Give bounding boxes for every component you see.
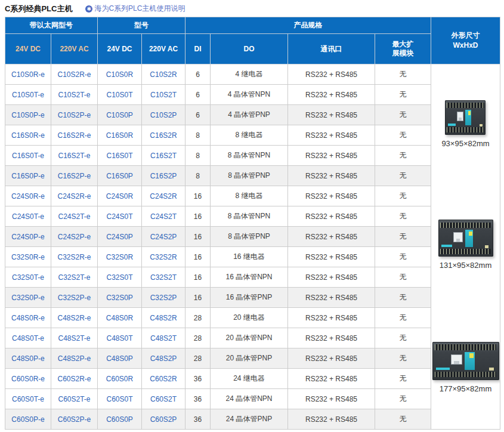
model-220vac[interactable]: C16S2R <box>142 125 185 146</box>
model-e-24vdc[interactable]: C24S0T-e <box>5 206 51 227</box>
model-e-220vac[interactable]: C10S2P-e <box>51 105 98 125</box>
status-led-icon <box>480 124 483 127</box>
model-220vac[interactable]: C16S2T <box>142 146 185 166</box>
model-24vdc[interactable]: C24S0T <box>98 206 142 227</box>
do-value: 8 晶体管PNP <box>211 166 288 186</box>
status-led-icon <box>485 245 488 248</box>
model-e-24vdc[interactable]: C24S0P-e <box>5 227 51 247</box>
model-e-24vdc[interactable]: C48S0P-e <box>5 348 51 369</box>
model-e-24vdc[interactable]: C24S0R-e <box>5 186 51 206</box>
model-220vac[interactable]: C48S2P <box>142 348 185 369</box>
model-24vdc[interactable]: C10S0P <box>98 105 142 125</box>
model-e-220vac[interactable]: C24S2R-e <box>51 186 98 206</box>
model-220vac[interactable]: C60S2T <box>142 389 185 409</box>
model-24vdc[interactable]: C16S0P <box>98 166 142 186</box>
model-e-220vac[interactable]: C32S2T-e <box>51 267 98 288</box>
comm-port-value: RS232 + RS485 <box>288 247 375 267</box>
model-220vac[interactable]: C24S2P <box>142 227 185 247</box>
max-expansion-value: 无 <box>375 409 431 430</box>
model-e-24vdc[interactable]: C10S0R-e <box>5 64 51 85</box>
model-220vac[interactable]: C48S2T <box>142 328 185 348</box>
model-220vac[interactable]: C16S2P <box>142 166 185 186</box>
model-e-220vac[interactable]: C16S2T-e <box>51 146 98 166</box>
plc-product-image <box>445 100 486 135</box>
model-e-220vac[interactable]: C60S2T-e <box>51 389 98 409</box>
model-220vac[interactable]: C32S2R <box>142 247 185 267</box>
model-e-24vdc[interactable]: C60S0P-e <box>5 409 51 430</box>
model-e-220vac[interactable]: C10S2R-e <box>51 64 98 85</box>
model-24vdc[interactable]: C16S0T <box>98 146 142 166</box>
model-220vac[interactable]: C10S2P <box>142 105 185 125</box>
model-e-220vac[interactable]: C16S2P-e <box>51 166 98 186</box>
model-e-24vdc[interactable]: C48S0R-e <box>5 308 51 328</box>
model-24vdc[interactable]: C32S0P <box>98 288 142 308</box>
model-e-220vac[interactable]: C60S2P-e <box>51 409 98 430</box>
di-value: 16 <box>185 288 211 308</box>
model-e-220vac[interactable]: C32S2P-e <box>51 288 98 308</box>
model-e-220vac[interactable]: C16S2R-e <box>51 125 98 146</box>
model-24vdc[interactable]: C60S0P <box>98 409 142 430</box>
model-24vdc[interactable]: C16S0R <box>98 125 142 146</box>
di-value: 16 <box>185 267 211 288</box>
model-e-24vdc[interactable]: C16S0P-e <box>5 166 51 186</box>
table-row: C16S0R-eC16S2R-eC16S0RC16S2R88 继电器RS232 … <box>5 125 500 146</box>
model-24vdc[interactable]: C48S0T <box>98 328 142 348</box>
model-e-220vac[interactable]: C48S2T-e <box>51 328 98 348</box>
model-e-220vac[interactable]: C24S2T-e <box>51 206 98 227</box>
label-panel-icon <box>465 110 471 126</box>
model-220vac[interactable]: C60S2P <box>142 409 185 430</box>
model-24vdc[interactable]: C60S0T <box>98 389 142 409</box>
table-row: C48S0P-eC48S2P-eC48S0PC48S2P2820 晶体管PNPR… <box>5 348 500 369</box>
model-e-24vdc[interactable]: C32S0R-e <box>5 247 51 267</box>
max-expansion-value: 无 <box>375 227 431 247</box>
di-value: 8 <box>185 166 211 186</box>
header-comm-port: 通讯口 <box>288 34 375 64</box>
model-24vdc[interactable]: C10S0T <box>98 85 142 105</box>
model-e-24vdc[interactable]: C60S0T-e <box>5 389 51 409</box>
model-e-24vdc[interactable]: C16S0R-e <box>5 125 51 146</box>
model-e-220vac[interactable]: C24S2P-e <box>51 227 98 247</box>
usage-doc-link-label: 海为C系列PLC主机使用说明 <box>94 4 185 14</box>
model-e-24vdc[interactable]: C16S0T-e <box>5 146 51 166</box>
terminal-strip <box>435 344 496 350</box>
table-row: C24S0T-eC24S2T-eC24S0TC24S2T168 晶体管NPNRS… <box>5 206 500 227</box>
model-e-220vac[interactable]: C32S2R-e <box>51 247 98 267</box>
model-24vdc[interactable]: C32S0T <box>98 267 142 288</box>
di-value: 6 <box>185 64 211 85</box>
di-value: 28 <box>185 308 211 328</box>
usage-doc-link[interactable]: ✱ 海为C系列PLC主机使用说明 <box>85 4 185 14</box>
model-24vdc[interactable]: C32S0R <box>98 247 142 267</box>
model-24vdc[interactable]: C10S0R <box>98 64 142 85</box>
model-e-24vdc[interactable]: C32S0P-e <box>5 288 51 308</box>
model-24vdc[interactable]: C48S0P <box>98 348 142 369</box>
model-220vac[interactable]: C48S2R <box>142 308 185 328</box>
do-value: 4 继电器 <box>211 64 288 85</box>
model-e-220vac[interactable]: C48S2R-e <box>51 308 98 328</box>
model-24vdc[interactable]: C48S0R <box>98 308 142 328</box>
model-220vac[interactable]: C32S2P <box>142 288 185 308</box>
model-e-220vac[interactable]: C48S2P-e <box>51 348 98 369</box>
header-max-expansion: 最大扩展模块 <box>375 34 431 64</box>
di-value: 36 <box>185 389 211 409</box>
model-e-24vdc[interactable]: C10S0P-e <box>5 105 51 125</box>
model-e-220vac[interactable]: C10S2T-e <box>51 85 98 105</box>
model-220vac[interactable]: C24S2T <box>142 206 185 227</box>
model-e-220vac[interactable]: C60S2R-e <box>51 369 98 389</box>
model-220vac[interactable]: C10S2T <box>142 85 185 105</box>
model-e-24vdc[interactable]: C32S0T-e <box>5 267 51 288</box>
page: C系列经典PLC主机 ✱ 海为C系列PLC主机使用说明 带以太网型号 型号 产品… <box>0 0 504 430</box>
model-220vac[interactable]: C60S2R <box>142 369 185 389</box>
model-e-24vdc[interactable]: C48S0T-e <box>5 328 51 348</box>
model-e-24vdc[interactable]: C60S0R-e <box>5 369 51 389</box>
model-e-24vdc[interactable]: C10S0T-e <box>5 85 51 105</box>
model-24vdc[interactable]: C60S0R <box>98 369 142 389</box>
model-220vac[interactable]: C32S2T <box>142 267 185 288</box>
model-24vdc[interactable]: C24S0P <box>98 227 142 247</box>
model-24vdc[interactable]: C24S0R <box>98 186 142 206</box>
di-value: 28 <box>185 328 211 348</box>
do-value: 4 晶体管NPN <box>211 85 288 105</box>
do-value: 24 继电器 <box>211 369 288 389</box>
model-220vac[interactable]: C24S2R <box>142 186 185 206</box>
table-body: C10S0R-eC10S2R-eC10S0RC10S2R64 继电器RS232 … <box>5 64 500 430</box>
model-220vac[interactable]: C10S2R <box>142 64 185 85</box>
